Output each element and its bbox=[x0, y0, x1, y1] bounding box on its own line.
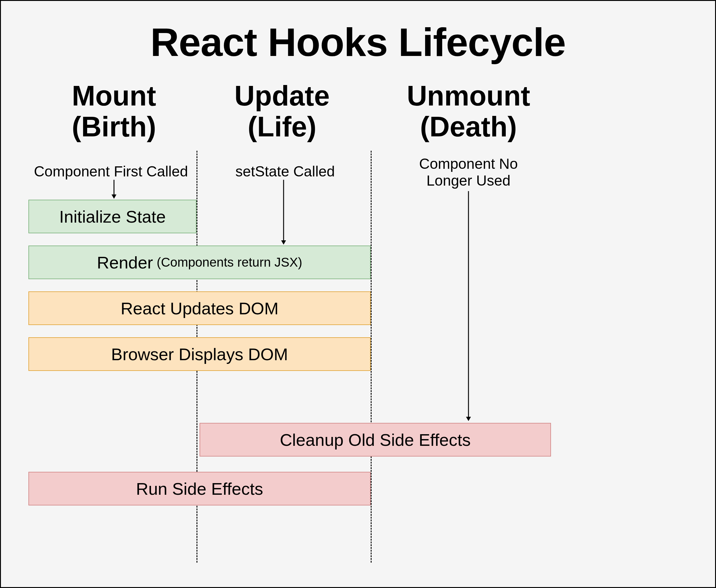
divider-update-unmount bbox=[371, 151, 372, 563]
trigger-unmount: Component No Longer Used bbox=[392, 155, 545, 189]
svg-marker-1 bbox=[111, 194, 116, 199]
box-browser-displays-dom: Browser Displays DOM bbox=[28, 337, 371, 371]
column-header-unmount: Unmount (Death) bbox=[386, 80, 551, 142]
column-header-update: Update (Life) bbox=[209, 80, 355, 142]
box-render-sublabel: (Components return JSX) bbox=[157, 255, 302, 270]
box-run-side-effects-label: Run Side Effects bbox=[136, 479, 263, 499]
svg-marker-5 bbox=[466, 417, 471, 421]
arrow-mount bbox=[110, 180, 118, 201]
column-header-update-line2: (Life) bbox=[248, 111, 317, 142]
arrow-update bbox=[280, 180, 287, 247]
box-react-updates-dom: React Updates DOM bbox=[28, 291, 371, 325]
trigger-unmount-line1: Component No bbox=[419, 156, 518, 172]
column-header-mount-line2: (Birth) bbox=[72, 111, 156, 142]
box-cleanup-side-effects: Cleanup Old Side Effects bbox=[199, 423, 551, 457]
box-render: Render (Components return JSX) bbox=[28, 246, 371, 279]
box-initialize-state: Initialize State bbox=[28, 200, 196, 233]
box-cleanup-side-effects-label: Cleanup Old Side Effects bbox=[280, 430, 471, 450]
diagram-title: React Hooks Lifecycle bbox=[1, 19, 715, 65]
trigger-mount: Component First Called bbox=[25, 163, 196, 180]
column-header-update-line1: Update bbox=[234, 80, 330, 111]
column-header-mount: Mount (Birth) bbox=[41, 80, 187, 142]
box-render-label: Render bbox=[97, 253, 153, 272]
column-header-unmount-line1: Unmount bbox=[407, 80, 530, 111]
column-header-mount-line1: Mount bbox=[72, 80, 156, 111]
svg-marker-3 bbox=[281, 240, 286, 245]
trigger-update: setState Called bbox=[206, 163, 365, 180]
arrow-unmount bbox=[465, 191, 472, 423]
box-react-updates-dom-label: React Updates DOM bbox=[121, 298, 279, 318]
box-browser-displays-dom-label: Browser Displays DOM bbox=[111, 344, 288, 364]
trigger-unmount-line2: Longer Used bbox=[427, 172, 511, 189]
column-header-unmount-line2: (Death) bbox=[420, 111, 517, 142]
box-run-side-effects: Run Side Effects bbox=[28, 472, 371, 505]
box-initialize-state-label: Initialize State bbox=[59, 207, 166, 227]
diagram-frame: React Hooks Lifecycle Mount (Birth) Upda… bbox=[0, 0, 716, 588]
